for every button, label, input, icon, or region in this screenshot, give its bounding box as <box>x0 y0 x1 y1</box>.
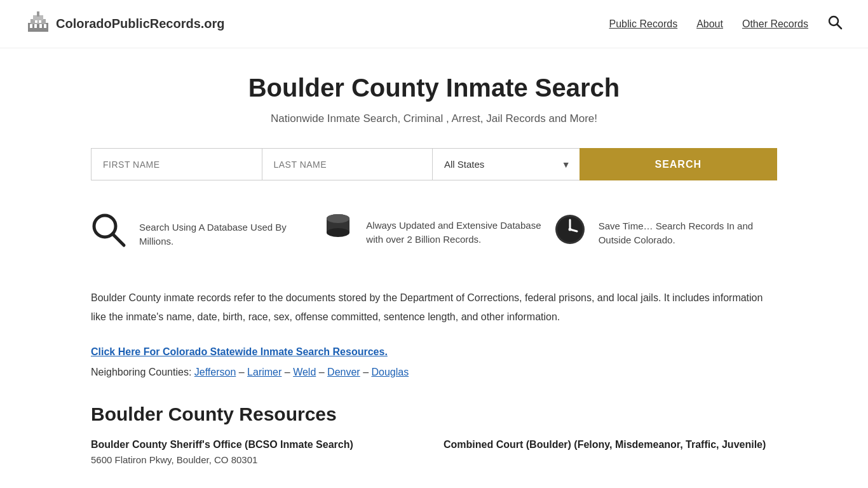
main-nav: Public Records About Other Records <box>609 15 843 34</box>
svg-rect-4 <box>30 24 32 28</box>
resources-grid: Boulder County Sheriff's Office (BCSO In… <box>91 439 777 465</box>
separator-1: – <box>239 367 247 377</box>
logo-building-icon <box>25 9 51 39</box>
search-form: All States Alabama Alaska Arizona Arkans… <box>91 148 777 180</box>
resources-title: Boulder County Resources <box>91 403 777 425</box>
resource-court-title: Combined Court (Boulder) (Felony, Misdem… <box>444 439 777 451</box>
feature-search: Search Using A Database Used By Millions… <box>91 212 315 257</box>
header-search-icon[interactable] <box>827 15 843 34</box>
svg-point-17 <box>327 214 349 223</box>
site-logo[interactable]: ColoradoPublicRecords.org <box>25 9 225 39</box>
separator-2: – <box>285 367 293 377</box>
svg-rect-8 <box>35 20 37 23</box>
resource-item-court: Combined Court (Boulder) (Felony, Misdem… <box>444 439 777 465</box>
svg-rect-3 <box>37 11 39 17</box>
main-content: Boulder County Inmate Search Nationwide … <box>53 48 815 488</box>
resource-sheriff-address: 5600 Flatiron Pkwy, Boulder, CO 80301 <box>91 454 424 465</box>
separator-4: – <box>363 367 371 377</box>
county-link-larimer[interactable]: Larimer <box>247 367 281 377</box>
features-section: Search Using A Database Used By Millions… <box>91 212 777 257</box>
resource-sheriff-title: Boulder County Sheriff's Office (BCSO In… <box>91 439 424 451</box>
description-section: Boulder County inmate records refer to t… <box>91 288 777 327</box>
svg-rect-5 <box>34 24 37 28</box>
last-name-input[interactable] <box>262 148 433 180</box>
svg-rect-7 <box>44 24 46 28</box>
neighboring-counties: Neighboring Counties: Jefferson – Larime… <box>91 367 777 378</box>
svg-rect-9 <box>39 20 41 23</box>
page-subtitle: Nationwide Inmate Search, Criminal , Arr… <box>91 112 777 125</box>
statewide-link[interactable]: Click Here For Colorado Statewide Inmate… <box>91 346 388 357</box>
svg-rect-6 <box>39 24 42 28</box>
neighboring-label: Neighboring Counties: <box>91 367 191 377</box>
svg-point-22 <box>568 228 571 231</box>
state-select[interactable]: All States Alabama Alaska Arizona Arkans… <box>432 148 580 180</box>
feature-search-text: Search Using A Database Used By Millions… <box>139 220 315 249</box>
county-link-jefferson[interactable]: Jefferson <box>194 367 236 377</box>
nav-about[interactable]: About <box>696 18 723 30</box>
separator-3: – <box>319 367 327 377</box>
state-select-wrapper: All States Alabama Alaska Arizona Arkans… <box>432 148 580 180</box>
database-cylinder-icon <box>322 212 355 253</box>
page-title: Boulder County Inmate Search <box>91 74 777 102</box>
svg-point-16 <box>327 228 349 237</box>
county-link-weld[interactable]: Weld <box>293 367 316 377</box>
svg-line-13 <box>112 234 124 245</box>
statewide-link-wrapper: Click Here For Colorado Statewide Inmate… <box>91 346 777 358</box>
county-link-douglas[interactable]: Douglas <box>371 367 409 377</box>
logo-text: ColoradoPublicRecords.org <box>56 17 225 31</box>
description-text: Boulder County inmate records refer to t… <box>91 288 777 327</box>
feature-clock: Save Time… Search Records In and Outside… <box>553 212 777 254</box>
site-header: ColoradoPublicRecords.org Public Records… <box>0 0 868 48</box>
svg-line-11 <box>837 24 842 29</box>
nav-other-records[interactable]: Other Records <box>742 18 808 30</box>
resource-item-sheriff: Boulder County Sheriff's Office (BCSO In… <box>91 439 424 465</box>
first-name-input[interactable] <box>91 148 262 180</box>
feature-database: Always Updated and Extensive Database wi… <box>322 212 546 253</box>
county-link-denver[interactable]: Denver <box>327 367 360 377</box>
clock-time-icon <box>553 212 587 254</box>
feature-clock-text: Save Time… Search Records In and Outside… <box>599 219 777 248</box>
nav-public-records[interactable]: Public Records <box>609 18 678 30</box>
search-magnifier-icon <box>91 212 128 257</box>
search-button[interactable]: SEARCH <box>580 148 778 180</box>
feature-database-text: Always Updated and Extensive Database wi… <box>366 219 546 247</box>
